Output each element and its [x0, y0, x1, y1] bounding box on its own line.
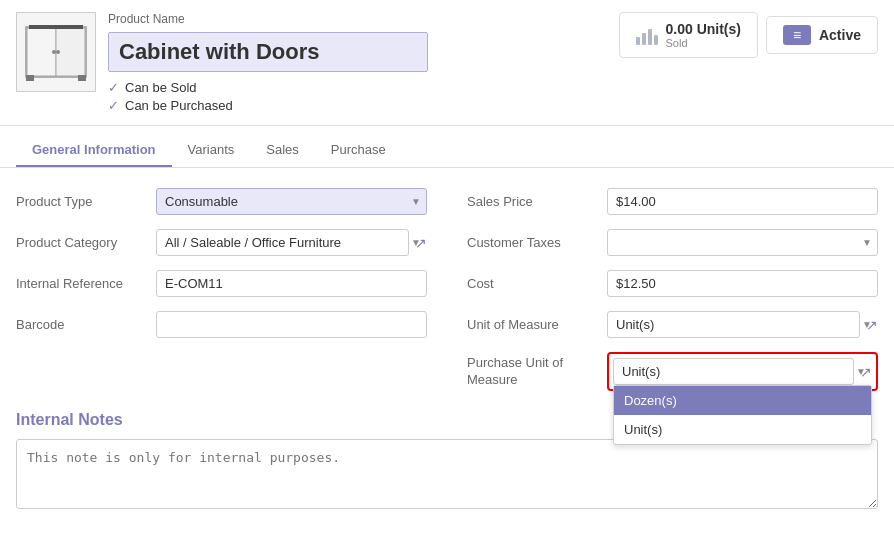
header-left: Product Name ✓ Can be Sold ✓ Can be Purc…	[16, 12, 428, 113]
barcode-input[interactable]	[156, 311, 427, 338]
cost-control	[607, 270, 878, 297]
notes-textarea[interactable]	[16, 439, 878, 509]
product-type-control: Consumable Storable Product Service ▼	[156, 188, 427, 215]
sales-price-row: Sales Price	[467, 188, 878, 215]
bar4	[654, 35, 658, 45]
can-be-sold-label: Can be Sold	[125, 80, 197, 95]
form-grid: Product Type Consumable Storable Product…	[16, 188, 878, 391]
uom-row: Unit of Measure Unit(s) Dozen(s) ▼ ↗	[467, 311, 878, 338]
purchase-uom-row: Purchase Unit of Measure Unit(s) Dozen(s…	[467, 352, 878, 391]
uom-control: Unit(s) Dozen(s) ▼ ↗	[607, 311, 878, 338]
sales-price-input[interactable]	[607, 188, 878, 215]
bar2	[642, 33, 646, 45]
form-col-right: Sales Price Customer Taxes ▼ Cost	[467, 188, 878, 391]
product-header: Product Name ✓ Can be Sold ✓ Can be Purc…	[0, 0, 894, 126]
check-mark-sold: ✓	[108, 80, 119, 95]
product-category-external-link[interactable]: ↗	[415, 235, 427, 251]
tab-purchase[interactable]: Purchase	[315, 134, 402, 167]
purchase-uom-label: Purchase Unit of Measure	[467, 355, 607, 389]
tab-sales[interactable]: Sales	[250, 134, 315, 167]
product-category-control: All / Saleable / Office Furniture ▼ ↗	[156, 229, 427, 256]
bar1	[636, 37, 640, 45]
tab-general-information[interactable]: General Information	[16, 134, 172, 167]
internal-reference-row: Internal Reference	[16, 270, 427, 297]
header-right: 0.00 Unit(s) Sold Active	[619, 12, 879, 58]
customer-taxes-row: Customer Taxes ▼	[467, 229, 878, 256]
tab-variants[interactable]: Variants	[172, 134, 251, 167]
checkboxes: ✓ Can be Sold ✓ Can be Purchased	[108, 80, 428, 113]
active-widget[interactable]: Active	[766, 16, 878, 54]
purchase-uom-dropdown-menu: Dozen(s) Unit(s)	[613, 385, 872, 445]
product-type-select-wrapper: Consumable Storable Product Service ▼	[156, 188, 427, 215]
sales-price-control	[607, 188, 878, 215]
sold-label: Sold	[666, 37, 741, 49]
can-be-purchased-checkbox[interactable]: ✓ Can be Purchased	[108, 98, 428, 113]
customer-taxes-select[interactable]	[607, 229, 878, 256]
check-mark-purchased: ✓	[108, 98, 119, 113]
product-name-label: Product Name	[108, 12, 428, 26]
svg-rect-5	[29, 25, 83, 29]
uom-select[interactable]: Unit(s) Dozen(s)	[607, 311, 860, 338]
customer-taxes-label: Customer Taxes	[467, 235, 607, 250]
cost-row: Cost	[467, 270, 878, 297]
barcode-row: Barcode	[16, 311, 427, 338]
customer-taxes-select-wrapper: ▼	[607, 229, 878, 256]
product-type-select[interactable]: Consumable Storable Product Service	[156, 188, 427, 215]
dropdown-option-dozens[interactable]: Dozen(s)	[614, 386, 871, 415]
purchase-uom-select-wrapper: Unit(s) Dozen(s) ▼ ↗	[613, 358, 872, 385]
tabs-bar: General Information Variants Sales Purch…	[0, 134, 894, 168]
cost-input[interactable]	[607, 270, 878, 297]
svg-rect-6	[26, 75, 34, 81]
product-type-row: Product Type Consumable Storable Product…	[16, 188, 427, 215]
active-icon	[783, 25, 811, 45]
form-section: Product Type Consumable Storable Product…	[0, 168, 894, 411]
can-be-sold-checkbox[interactable]: ✓ Can be Sold	[108, 80, 428, 95]
product-image	[16, 12, 96, 92]
units-sold: 0.00 Unit(s)	[666, 21, 741, 37]
product-category-select-wrapper: All / Saleable / Office Furniture ▼ ↗	[156, 229, 427, 256]
product-category-select[interactable]: All / Saleable / Office Furniture	[156, 229, 409, 256]
customer-taxes-control: ▼	[607, 229, 878, 256]
product-category-label: Product Category	[16, 235, 156, 250]
product-category-row: Product Category All / Saleable / Office…	[16, 229, 427, 256]
svg-rect-1	[27, 28, 56, 76]
purchase-uom-control: Unit(s) Dozen(s) ▼ ↗ Dozen(s) Unit(s)	[607, 352, 878, 391]
bar3	[648, 29, 652, 45]
svg-point-4	[56, 50, 60, 54]
cost-label: Cost	[467, 276, 607, 291]
product-info: Product Name ✓ Can be Sold ✓ Can be Purc…	[108, 12, 428, 113]
barcode-label: Barcode	[16, 317, 156, 332]
internal-reference-control	[156, 270, 427, 297]
active-label: Active	[819, 27, 861, 43]
product-type-label: Product Type	[16, 194, 156, 209]
svg-rect-7	[78, 75, 86, 81]
svg-rect-2	[56, 28, 85, 76]
svg-point-3	[52, 50, 56, 54]
product-name-input[interactable]	[108, 32, 428, 72]
purchase-uom-external-link[interactable]: ↗	[860, 364, 872, 380]
internal-reference-label: Internal Reference	[16, 276, 156, 291]
uom-external-link[interactable]: ↗	[866, 317, 878, 333]
purchase-uom-dropdown-container: Unit(s) Dozen(s) ▼ ↗ Dozen(s) Unit(s)	[613, 358, 872, 385]
sales-price-label: Sales Price	[467, 194, 607, 209]
purchase-uom-dropdown-highlighted: Unit(s) Dozen(s) ▼ ↗ Dozen(s) Unit(s)	[607, 352, 878, 391]
bar-chart-icon	[636, 25, 658, 45]
uom-label: Unit of Measure	[467, 317, 607, 332]
sold-widget[interactable]: 0.00 Unit(s) Sold	[619, 12, 758, 58]
dropdown-option-units[interactable]: Unit(s)	[614, 415, 871, 444]
purchase-uom-select[interactable]: Unit(s) Dozen(s)	[613, 358, 854, 385]
form-col-left: Product Type Consumable Storable Product…	[16, 188, 427, 391]
barcode-control	[156, 311, 427, 338]
internal-reference-input[interactable]	[156, 270, 427, 297]
uom-select-wrapper: Unit(s) Dozen(s) ▼ ↗	[607, 311, 878, 338]
can-be-purchased-label: Can be Purchased	[125, 98, 233, 113]
sold-info: 0.00 Unit(s) Sold	[666, 21, 741, 49]
